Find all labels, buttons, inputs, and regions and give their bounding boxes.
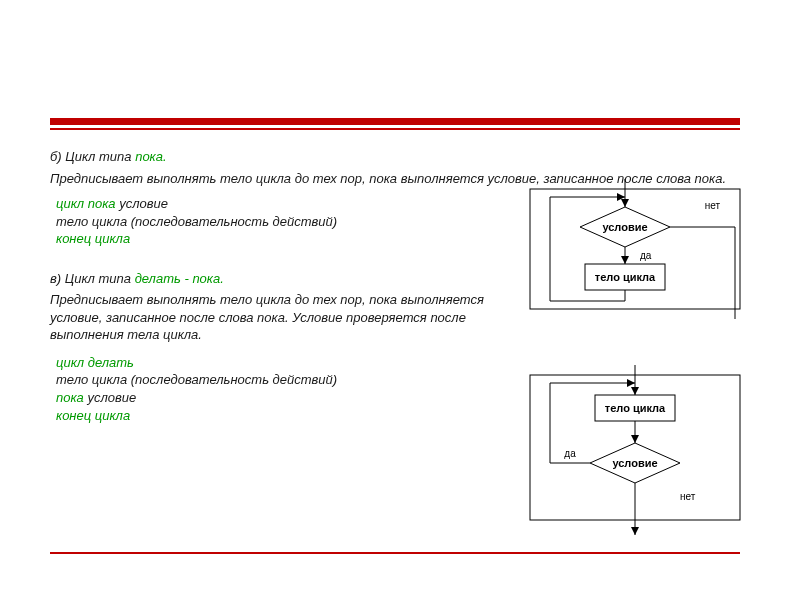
section-v-description: Предписывает выполнять тело цикла до тех… — [50, 291, 510, 344]
rule-thin-bottom — [50, 552, 740, 554]
pc-b-l1-kw: цикл пока — [56, 196, 116, 211]
pc-v-l3-rest: условие — [84, 390, 136, 405]
section-v-keyword: делать - пока. — [135, 271, 224, 286]
flow2-cond-label: условие — [612, 457, 657, 469]
flow2-yes-label: да — [564, 448, 576, 459]
section-b-prefix: б) Цикл типа — [50, 149, 135, 164]
flowchart-while: условие нет да тело цикла — [530, 179, 755, 322]
slide-canvas: б) Цикл типа пока. Предписывает выполнят… — [0, 0, 800, 600]
rule-thick — [50, 118, 740, 125]
flow2-body-label: тело цикла — [605, 402, 666, 414]
top-rule — [50, 118, 740, 130]
rule-thin-top — [50, 128, 740, 130]
flow1-yes-label: да — [640, 250, 652, 261]
pc-v-l3-kw: пока — [56, 390, 84, 405]
flow2-no-label: нет — [680, 491, 696, 502]
flow1-body-label: тело цикла — [595, 271, 656, 283]
section-b-keyword: пока. — [135, 149, 166, 164]
flowchart-do-while: тело цикла условие да нет — [530, 365, 755, 543]
section-b-title: б) Цикл типа пока. — [50, 148, 750, 166]
pc-b-l1-rest: условие — [116, 196, 168, 211]
flow1-cond-label: условие — [602, 221, 647, 233]
section-v-prefix: в) Цикл типа — [50, 271, 135, 286]
svg-marker-26 — [631, 527, 639, 535]
flow1-no-label: нет — [705, 200, 721, 211]
